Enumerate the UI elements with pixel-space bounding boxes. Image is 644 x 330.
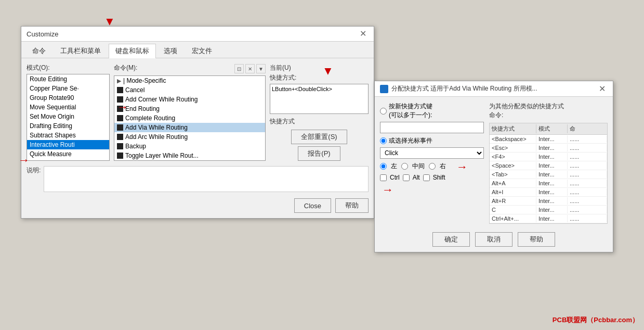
second-dialog-body: 按新快捷方式键(可以多于一个): 或选择光标事件 Click Double Cl… [375, 97, 613, 229]
cmd-complete-routing[interactable]: Complete Routing [114, 113, 265, 123]
cell-cmd-2: ...... [568, 144, 607, 151]
cell-mode-7: Inter... [536, 188, 568, 196]
btn-left-radio[interactable] [380, 163, 387, 170]
shortcut-key-input[interactable] [380, 122, 484, 133]
cell-mode-2: Inter... [536, 144, 568, 151]
shift-checkbox[interactable] [423, 174, 430, 181]
mode-quick-measure[interactable]: Quick Measure [27, 149, 109, 159]
cmd-end-routing[interactable]: End Routing [114, 104, 265, 113]
ctrl-checkbox[interactable] [380, 174, 387, 181]
tab-keyboard-mouse[interactable]: 键盘和鼠标 [109, 44, 156, 58]
mode-route-editing[interactable]: Route Editing [27, 74, 109, 84]
cell-cmd-5: ...... [568, 171, 607, 178]
tab-toolbar[interactable]: 工具栏和菜单 [54, 44, 108, 58]
col-mode-header: 模式 [536, 124, 568, 133]
btn-right-radio[interactable] [429, 163, 436, 170]
confirm-btn[interactable]: 确定 [432, 232, 470, 247]
cmd-toggle-layer[interactable]: Toggle Layer While Rout... [114, 151, 265, 160]
commands-icons: ⊡ ✕ ▼ [234, 64, 266, 73]
btn-mid-radio[interactable] [401, 163, 408, 170]
main-close-btn[interactable]: Close [294, 198, 331, 213]
table-row[interactable]: Alt+I Inter... ...... [490, 188, 607, 197]
dialog-app-icon [380, 85, 388, 93]
commands-listbox[interactable]: ▶ | Mode-Specific Cancel Add Corner Whil… [114, 75, 266, 161]
cmd-backup[interactable]: Backup [114, 142, 265, 151]
description-row: 说明: [21, 166, 374, 195]
mode-copper-plane[interactable]: Copper Plane Se· [27, 84, 109, 93]
main-dialog-close[interactable]: ✕ [358, 30, 369, 38]
cmd-icon-btn3[interactable]: ▼ [256, 64, 266, 73]
right-panel: 为其他分配类似的快捷方式命令: 快捷方式 模式 命 <Backspace> In… [489, 102, 608, 224]
cell-shortcut-5: <Tab> [490, 171, 536, 178]
cell-shortcut-8: Alt+R [490, 197, 536, 205]
mode-interactive-routing[interactable]: Interactive Routi [27, 140, 109, 149]
modifier-group: Ctrl Alt Shift [380, 174, 484, 181]
shortcut-buttons: 全部重置(S) [270, 130, 369, 144]
cmd-icon-add-via [117, 124, 123, 131]
mouse-event-radio[interactable] [380, 137, 387, 144]
cmd-icon-btn1[interactable]: ⊡ [234, 64, 244, 73]
main-dialog-tabs: 命令 工具栏和菜单 键盘和鼠标 选项 宏文件 [21, 42, 374, 58]
cmd-icon-btn2[interactable]: ✕ [245, 64, 255, 73]
tab-macros[interactable]: 宏文件 [185, 44, 219, 58]
table-row[interactable]: <Backspace> Inter... ...... [490, 135, 607, 144]
main-dialog-titlebar: Customize ✕ [21, 27, 374, 42]
cell-cmd-9: ...... [568, 206, 607, 213]
alt-label: Alt [413, 174, 420, 181]
table-row[interactable]: Alt+R Inter... ...... [490, 197, 607, 206]
col-shortcut-header: 快捷方式 [490, 124, 536, 133]
table-row[interactable]: Ctrl+Alt+... Inter... ...... [490, 214, 607, 223]
shortcuts-section-label: 快捷方式 [270, 117, 369, 126]
button-position-group: 左 中间 右 [380, 162, 484, 171]
cmd-add-corner[interactable]: Add Corner While Routing [114, 95, 265, 104]
cell-shortcut-2: <Esc> [490, 144, 536, 151]
current-sublabel: 快捷方式: [270, 73, 369, 82]
second-cancel-btn[interactable]: 取消 [475, 232, 512, 247]
tab-options[interactable]: 选项 [157, 44, 184, 58]
mode-group-rotate[interactable]: Group Rotate90 [27, 93, 109, 103]
current-shortcut-value: LButton+<DoubleClick> [272, 86, 366, 92]
main-dialog-footer: Close 帮助 [21, 195, 374, 218]
cell-shortcut-3: <F4> [490, 153, 536, 160]
table-row[interactable]: C Inter... ...... [490, 206, 607, 214]
cmd-add-via[interactable]: Add Via While Routing [114, 123, 265, 132]
cmd-add-via-label: Add Via While Routing [125, 124, 188, 131]
table-row[interactable]: <F4> Inter... ...... [490, 153, 607, 161]
mode-subtract-shapes[interactable]: Subtract Shapes [27, 131, 109, 140]
table-row[interactable]: Alt+A Inter... ...... [490, 179, 607, 188]
modes-listbox[interactable]: Route Editing Copper Plane Se· Group Rot… [27, 74, 110, 161]
cmd-end-routing-label: End Routing [125, 105, 160, 112]
mode-set-move-origin[interactable]: Set Move Origin [27, 112, 109, 121]
cmd-cancel[interactable]: Cancel [114, 85, 265, 95]
alt-checkbox[interactable] [403, 174, 410, 181]
cell-mode-1: Inter... [536, 135, 568, 143]
keyboard-radio-label: 按新快捷方式键(可以多于一个): [389, 102, 432, 120]
tab-commands[interactable]: 命令 [25, 44, 52, 58]
cmd-mode-specific[interactable]: ▶ | Mode-Specific [114, 76, 265, 85]
commands-label: 命令(M): [114, 64, 137, 72]
cell-shortcut-1: <Backspace> [490, 135, 536, 143]
cmd-complete-routing-label: Complete Routing [125, 115, 175, 122]
cmd-icon-backup [117, 143, 123, 149]
reset-btn[interactable]: 全部重置(S) [291, 130, 347, 144]
cell-mode-8: Inter... [536, 197, 568, 205]
cmd-add-arc[interactable]: Add Arc While Routing [114, 132, 265, 142]
btn-left-label: 左 [391, 162, 397, 171]
mouse-event-row: Click Double Click Right Click [380, 147, 484, 159]
second-dialog-close[interactable]: ✕ [597, 85, 608, 93]
mode-move-sequential[interactable]: Move Sequential [27, 103, 109, 112]
table-row[interactable]: <Tab> Inter... ...... [490, 170, 607, 179]
button-position-row: 左 中间 右 [380, 162, 484, 171]
mode-drafting-editing[interactable]: Drafting Editing [27, 121, 109, 131]
main-help-btn[interactable]: 帮助 [335, 198, 369, 213]
keyboard-radio[interactable] [380, 108, 387, 115]
col-cmd-header: 命 [568, 124, 607, 133]
second-help-btn[interactable]: 帮助 [518, 232, 555, 247]
cmd-icon-add-corner [117, 96, 123, 103]
table-row[interactable]: <Esc> Inter... ...... [490, 144, 607, 153]
btn-right-label: 右 [440, 162, 446, 171]
table-row[interactable]: <Space> Inter... ...... [490, 161, 607, 170]
mouse-event-select[interactable]: Click Double Click Right Click [380, 147, 484, 159]
report-btn[interactable]: 报告(P) [298, 146, 340, 161]
btn-mid-label: 中间 [412, 162, 425, 171]
